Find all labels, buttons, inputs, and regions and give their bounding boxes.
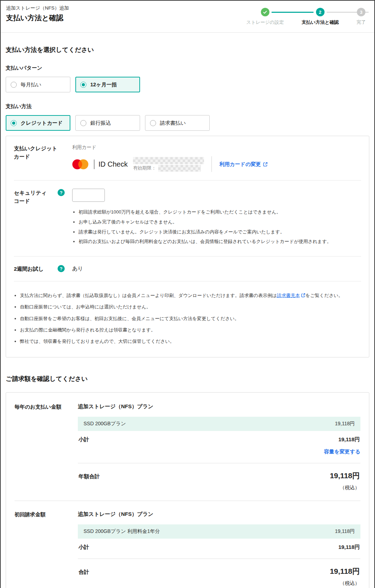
radio-icon	[11, 82, 17, 88]
subtotal-amount: 19,118円	[338, 544, 360, 551]
step-complete: 3 完了	[357, 8, 366, 26]
option-invoice-payment[interactable]: 請求書払い	[145, 115, 210, 131]
footnote: 弊社では、領収書を発行しておりませんので、大切に保管してください。	[20, 337, 361, 346]
subtotal-amount: 19,118円	[338, 436, 360, 443]
plan-item-row: SSD 200GBプラン 利用料金1年分 19,118円	[78, 524, 360, 539]
card-row-label: 支払いクレジットカード	[14, 144, 62, 161]
option-label: 銀行振込	[90, 120, 111, 126]
billing-panel: 毎年のお支払い金額 追加ストレージ（NFS）プラン SSD 200GBプラン 1…	[6, 392, 369, 588]
annual-payment-content: 追加ストレージ（NFS）プラン SSD 200GBプラン 19,118円 小計 …	[78, 403, 360, 491]
masked-card-info: 有効期限：	[133, 157, 204, 172]
step-3-circle: 3	[357, 8, 365, 16]
page-header: 追加ストレージ（NFS）追加 支払い方法と確認 ストレージの設定 2 支払い方法…	[1, 1, 374, 33]
plan-item-row: SSD 200GBプラン 19,118円	[78, 417, 360, 431]
trial-help-icon[interactable]: ?	[58, 265, 65, 272]
mastercard-logo	[72, 159, 89, 169]
plan-title: 追加ストレージ（NFS）プラン	[78, 403, 360, 410]
subtotal-row: 小計 19,118円	[78, 431, 360, 443]
page: 追加ストレージ（NFS）追加 支払い方法と確認 ストレージの設定 2 支払い方法…	[0, 0, 375, 588]
security-note: 初回のお支払いおよび毎回の利用料金などのお支払いは、会員情報に登録されているクレ…	[79, 238, 361, 246]
annual-total-block: 年額合計 19,118円 （税込）	[78, 463, 360, 491]
security-note: 請求書は発行していません。クレジット決済後にお支払済みの内容をメールでご案内いた…	[79, 228, 361, 236]
trial-value: あり	[72, 265, 361, 273]
step-storage-settings: ストレージの設定	[246, 8, 284, 26]
change-card-link[interactable]: 利用カードの変更	[219, 161, 268, 168]
subtotal-label: 小計	[79, 544, 89, 551]
footnote: お支払の際に金融機関から発行される控えは領収書となります。	[20, 326, 361, 334]
security-notes-list: 初回請求総額が1000万円を超える場合、クレジットカードをご利用いただくことはで…	[72, 209, 361, 246]
security-content: 初回請求総額が1000万円を超える場合、クレジットカードをご利用いただくことはで…	[72, 189, 361, 248]
security-note: 初回請求総額が1000万円を超える場合、クレジットカードをご利用いただくことはで…	[79, 209, 361, 216]
trial-row: 2週間お試し ? あり	[14, 256, 361, 281]
option-12month-lump[interactable]: 12ヶ月一括	[75, 77, 140, 92]
trial-label-cell: 2週間お試し ?	[14, 265, 72, 273]
option-credit-card[interactable]: クレジットカード	[6, 115, 70, 131]
step-label: ストレージの設定	[246, 19, 284, 26]
credit-card-panel: 支払いクレジットカード 利用カード ID Check	[6, 136, 369, 357]
grand-total-row: 合計 19,118円	[79, 566, 360, 576]
breadcrumb: 追加ストレージ（NFS）追加	[6, 5, 69, 11]
option-label: クレジットカード	[21, 120, 63, 126]
option-label: 請求書払い	[160, 120, 186, 126]
card-sublabel: 利用カード	[72, 144, 361, 151]
grand-total-amount: 19,118円	[330, 566, 360, 576]
security-code-row: セキュリティコード ? 初回請求総額が1000万円を超える場合、クレジットカード…	[14, 180, 361, 256]
lockup-divider	[94, 160, 95, 169]
first-charge-content: 追加ストレージ（NFS）プラン SSD 200GBプラン 利用料金1年分 19,…	[78, 511, 360, 587]
step-2-circle: 2	[316, 8, 325, 16]
security-code-label: セキュリティコード	[14, 189, 48, 205]
plan-item-name: SSD 200GBプラン 利用料金1年分	[84, 528, 160, 535]
plan-item-price: 19,118円	[335, 421, 355, 427]
option-monthly[interactable]: 毎月払い	[6, 77, 70, 92]
card-row-content: 利用カード ID Check	[72, 144, 361, 172]
plan-title: 追加ストレージ（NFS）プラン	[78, 511, 360, 518]
radio-icon	[150, 120, 156, 126]
billing-group-divider	[15, 501, 360, 501]
subtotal-row: 小計 19,118円	[78, 539, 360, 551]
vertical-divider	[211, 156, 212, 172]
option-bank-transfer[interactable]: 銀行振込	[75, 115, 140, 131]
registered-card: ID Check 有効期限： 利用カードの変更	[72, 156, 361, 172]
card-row: 支払いクレジットカード 利用カード ID Check	[14, 136, 361, 180]
annual-total-row: 年額合計 19,118円	[79, 471, 360, 481]
expiry-label: 有効期限：	[133, 165, 156, 171]
plan-item-name: SSD 200GBプラン	[84, 421, 126, 427]
invoice-sample-link[interactable]: 請求書見本	[277, 293, 300, 298]
tax-included-note: （税込）	[79, 580, 360, 587]
footnote: 自動口座振替については、お申込時には選択いただけません。	[20, 303, 361, 311]
security-note: お申し込み完了後のキャンセルはできません。	[79, 219, 361, 226]
id-check-lockup: ID Check	[94, 160, 128, 169]
radio-icon	[80, 120, 86, 126]
annual-payment-label: 毎年のお支払い金額	[15, 403, 78, 491]
trial-label: 2週間お試し	[14, 265, 48, 273]
step-payment-confirm: 2 支払い方法と確認	[301, 8, 339, 26]
security-label-cell: セキュリティコード ?	[14, 189, 72, 248]
subtotal-label: 小計	[79, 436, 89, 443]
footnotes-list: 支払方法に関わらず、請求書（払込取扱票なし）は会員メニューより印刷、ダウンロード…	[14, 291, 361, 345]
card-row-label-cell: 支払いクレジットカード	[14, 144, 72, 172]
security-help-icon[interactable]: ?	[58, 189, 65, 196]
option-label: 毎月払い	[21, 81, 41, 88]
id-check-text: ID Check	[98, 160, 128, 168]
progress-stepper: ストレージの設定 2 支払い方法と確認 3 完了	[246, 8, 366, 26]
payment-method-options: クレジットカード 銀行振込 請求書払い	[6, 115, 369, 131]
annual-total-amount: 19,118円	[330, 471, 360, 481]
first-charge-label: 初回請求金額	[15, 511, 78, 587]
grand-total-label: 合計	[79, 569, 89, 576]
main-content: 支払い方法を選択してください 支払いパターン 毎月払い 12ヶ月一括 支払い方法…	[1, 33, 374, 588]
annual-total-label: 年額合計	[79, 473, 100, 480]
radio-icon	[80, 82, 86, 88]
external-link-icon	[301, 293, 305, 297]
step-label: 完了	[357, 19, 366, 26]
change-capacity-link[interactable]: 容量を変更する	[324, 449, 360, 454]
radio-icon	[11, 120, 17, 126]
payment-select-heading: 支払い方法を選択してください	[6, 45, 369, 54]
footnote-text: をご覧ください。	[305, 293, 343, 298]
step-label: 支払い方法と確認	[301, 19, 339, 26]
payment-pattern-options: 毎月払い 12ヶ月一括	[6, 77, 369, 92]
security-code-input[interactable]	[72, 189, 105, 202]
expiry-row: 有効期限：	[133, 165, 204, 172]
check-circle-icon	[261, 8, 269, 16]
tax-included-note: （税込）	[79, 485, 360, 491]
footnotes-section: 支払方法に関わらず、請求書（払込取扱票なし）は会員メニューより印刷、ダウンロード…	[14, 281, 361, 357]
